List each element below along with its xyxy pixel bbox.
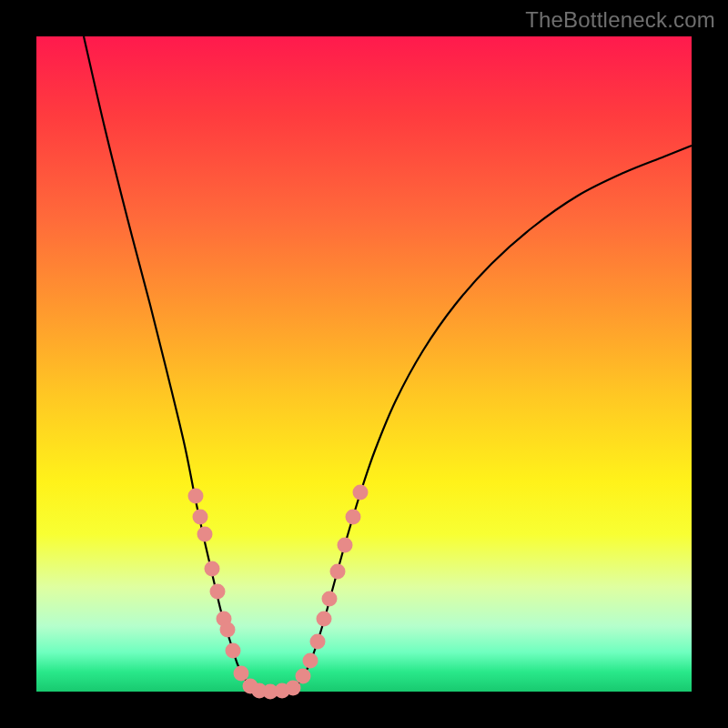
data-point (353, 485, 369, 500)
curve-svg (36, 36, 692, 692)
data-point (330, 564, 346, 580)
data-point (220, 622, 236, 638)
chart-frame: TheBottleneck.com (0, 0, 728, 728)
data-point (197, 527, 213, 542)
bottleneck-curve (84, 36, 692, 692)
curve-dots (188, 485, 369, 700)
data-point (210, 584, 226, 600)
plot-area (36, 36, 692, 692)
data-point (310, 634, 326, 650)
data-point (193, 510, 208, 525)
data-point (234, 666, 249, 682)
data-point (303, 653, 318, 669)
data-point (286, 681, 301, 696)
data-point (338, 538, 353, 553)
data-point (205, 561, 220, 577)
data-point (346, 510, 361, 525)
data-point (296, 669, 311, 684)
data-point (322, 592, 338, 607)
data-point (188, 489, 204, 504)
data-point (226, 643, 241, 659)
data-point (317, 612, 332, 627)
watermark-text: TheBottleneck.com (525, 7, 715, 33)
